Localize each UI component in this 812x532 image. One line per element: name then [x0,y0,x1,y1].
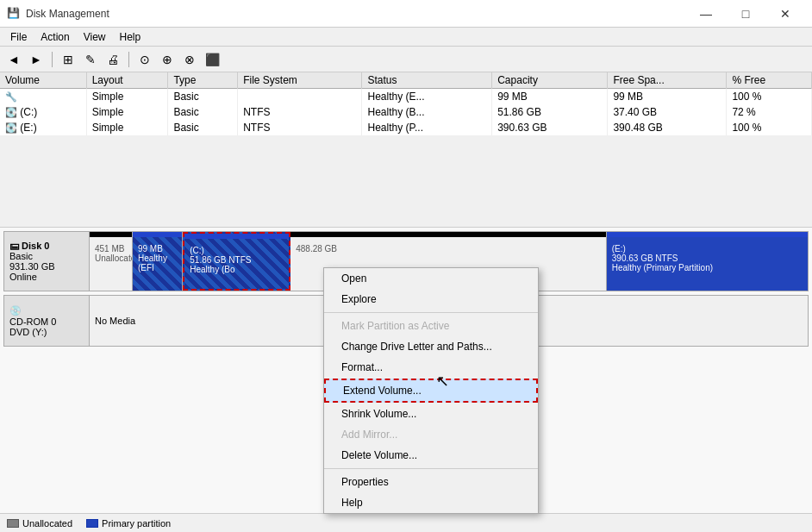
cell-free: 99 MB [608,89,727,105]
cdrom0-type: DVD (Y:) [9,327,84,337]
col-layout[interactable]: Layout [86,72,168,89]
toolbar-back[interactable]: ◄ [3,50,24,69]
toolbar-sep1 [52,52,53,67]
cell-type: Basic [168,120,238,135]
cell-type: Basic [168,104,238,120]
maximize-button[interactable]: □ [726,0,765,28]
cell-volume: 🔧 [0,89,86,105]
cell-capacity: 390.63 GB [492,120,608,135]
legend-primary: Primary partition [86,518,171,529]
cell-volume: 💽 (C:) [0,104,86,120]
cell-capacity: 99 MB [492,89,608,105]
col-free[interactable]: Free Spa... [608,72,727,89]
cell-type: Basic [168,89,238,105]
ctx-format[interactable]: Format... [324,357,538,378]
col-pct[interactable]: % Free [727,72,812,89]
cell-fs: NTFS [238,104,362,120]
col-capacity[interactable]: Capacity [492,72,608,89]
ctx-open[interactable]: Open [324,268,538,289]
legend-unallocated: Unallocated [7,518,72,529]
legend-unalloc-box [7,519,19,528]
title-bar-left: 💾 Disk Management [7,7,109,21]
toolbar-btn5[interactable]: ⊕ [157,50,178,69]
disk0-part-e[interactable]: (E:) 390.63 GB NTFS Healthy (Primary Par… [607,232,808,291]
minimize-button[interactable]: — [686,0,726,28]
legend-primary-box [86,519,98,528]
title-bar-controls: — □ ✕ [686,0,805,28]
volume-table: Volume Layout Type File System Status Ca… [0,72,812,135]
cell-pct: 100 % [727,120,812,135]
title-bar: 💾 Disk Management — □ ✕ [0,0,812,28]
ctx-shrink[interactable]: Shrink Volume... [324,404,538,424]
cell-layout: Simple [86,89,168,105]
table-row[interactable]: 🔧 SimpleBasicHealthy (E...99 MB99 MB100 … [0,89,812,105]
menu-bar: File Action View Help [0,28,812,47]
table-row[interactable]: 💽 (E:)SimpleBasicNTFSHealthy (P...390.63… [0,120,812,135]
cell-fs: NTFS [238,120,362,135]
toolbar-btn4[interactable]: ⊙ [134,50,155,69]
menu-view[interactable]: View [77,29,113,45]
col-type[interactable]: Type [168,72,238,89]
context-menu-separator [324,468,538,469]
disk0-type: Basic [9,251,84,261]
ctx-properties[interactable]: Properties [324,472,538,492]
context-menu-separator [324,312,538,313]
cell-volume: 💽 (E:) [0,120,86,135]
menu-file[interactable]: File [3,29,34,45]
toolbar-btn6[interactable]: ⊗ [179,50,200,69]
status-bar: Unallocated Primary partition [0,513,812,532]
toolbar: ◄ ► ⊞ ✎ 🖨 ⊙ ⊕ ⊗ ⬛ [0,47,812,72]
cell-status: Healthy (B... [362,104,492,120]
app-icon: 💾 [7,7,21,21]
cell-status: Healthy (P... [362,120,492,135]
table-row[interactable]: 💽 (C:)SimpleBasicNTFSHealthy (B...51.86 … [0,104,812,120]
disk0-part-unallocated[interactable]: 451 MB Unallocated [90,232,133,291]
legend-unalloc-label: Unallocated [22,518,72,529]
cell-fs [238,89,362,105]
cell-layout: Simple [86,104,168,120]
menu-action[interactable]: Action [34,29,76,45]
toolbar-forward[interactable]: ► [26,50,47,69]
ctx-change-letter[interactable]: Change Drive Letter and Paths... [324,336,538,357]
ctx-extend[interactable]: Extend Volume... [324,379,538,403]
toolbar-btn1[interactable]: ⊞ [58,50,78,69]
disk0-part-c[interactable]: (C:) 51.86 GB NTFS Healthy (Bo [183,232,290,291]
ctx-help[interactable]: Help [324,492,538,513]
volume-table-section: Volume Layout Type File System Status Ca… [0,72,812,228]
disk0-label: 🖴 Disk 0 Basic 931.30 GB Online [3,231,90,291]
col-volume[interactable]: Volume [0,72,86,89]
close-button[interactable]: ✕ [765,0,805,28]
toolbar-btn2[interactable]: ✎ [80,50,101,69]
cdrom0-label: 💿 CD-ROM 0 DVD (Y:) [3,295,90,347]
cell-layout: Simple [86,120,168,135]
toolbar-btn3[interactable]: 🖨 [103,50,123,69]
cell-pct: 72 % [727,104,812,120]
window-title: Disk Management [26,8,109,20]
disk0-status: Online [9,272,84,282]
disk0-size: 931.30 GB [9,261,84,272]
disk0-part-efi[interactable]: 99 MB Healthy (EFI [133,232,183,291]
disk0-name: 🖴 Disk 0 [9,241,84,251]
ctx-add-mirror: Add Mirror... [324,424,538,445]
cdrom0-icon: 💿 [9,305,84,316]
menu-help[interactable]: Help [113,29,148,45]
cdrom0-name: CD-ROM 0 [9,316,84,327]
toolbar-sep2 [128,52,129,67]
toolbar-btn7[interactable]: ⬛ [202,50,222,69]
col-status[interactable]: Status [362,72,492,89]
ctx-mark-active: Mark Partition as Active [324,316,538,336]
cell-free: 390.48 GB [608,120,727,135]
cell-free: 37.40 GB [608,104,727,120]
legend-primary-label: Primary partition [102,518,171,529]
cell-capacity: 51.86 GB [492,104,608,120]
cell-pct: 100 % [727,89,812,105]
ctx-delete[interactable]: Delete Volume... [324,445,538,466]
col-filesystem[interactable]: File System [238,72,362,89]
ctx-explore[interactable]: Explore [324,289,538,310]
cell-status: Healthy (E... [362,89,492,105]
context-menu: OpenExploreMark Partition as ActiveChang… [323,267,539,514]
